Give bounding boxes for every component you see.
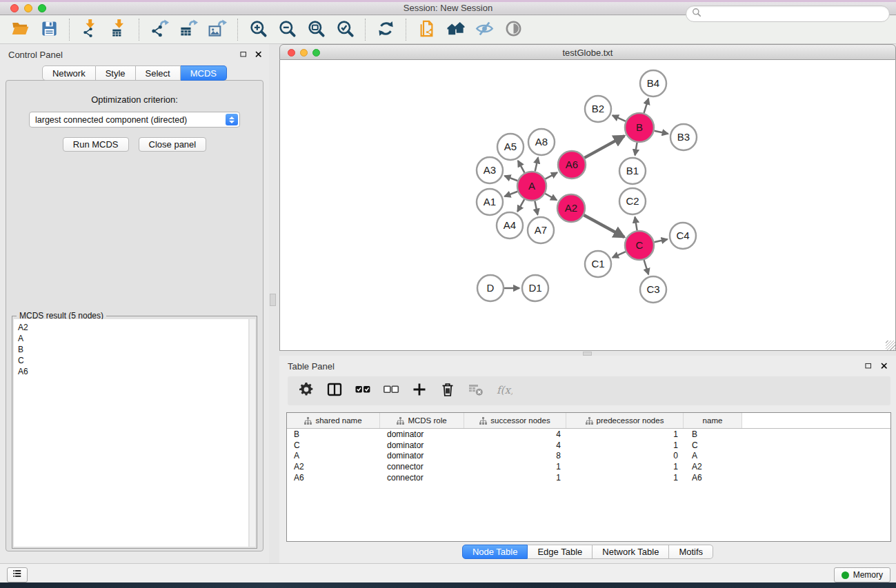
float-table-panel-icon[interactable]: [862, 360, 875, 372]
tab-network-table[interactable]: Network Table: [593, 545, 669, 559]
table-cell[interactable]: 4: [464, 429, 566, 439]
zoom-in-button[interactable]: [246, 19, 270, 41]
node-B4[interactable]: B4: [640, 70, 666, 97]
edge-A-A7[interactable]: [535, 201, 537, 215]
refresh-button[interactable]: [373, 19, 398, 41]
column-header-mcds-role[interactable]: MCDS role: [380, 413, 464, 428]
float-panel-icon[interactable]: [237, 48, 250, 61]
table-cell[interactable]: 0: [566, 451, 684, 460]
table-row[interactable]: Cdominator41C: [287, 440, 890, 451]
node-B[interactable]: B: [625, 113, 654, 142]
edge-B-B2[interactable]: [613, 115, 626, 121]
import-network-button[interactable]: [77, 19, 102, 41]
node-A7[interactable]: A7: [528, 217, 554, 243]
clear-checkboxes-button[interactable]: [382, 382, 400, 400]
table-cell[interactable]: 1: [566, 473, 684, 483]
edge-A-A4[interactable]: [517, 199, 524, 212]
table-cell[interactable]: B: [287, 429, 380, 439]
resize-grip-icon[interactable]: [886, 341, 895, 350]
search-input[interactable]: [701, 8, 889, 19]
close-panel-icon[interactable]: [252, 48, 265, 61]
table-cell[interactable]: 8: [464, 451, 566, 460]
run-mcds-button[interactable]: Run MCDS: [63, 137, 129, 152]
import-table-button[interactable]: [106, 19, 131, 41]
node-A2[interactable]: A2: [557, 194, 585, 222]
table-row[interactable]: Adominator80A: [287, 451, 890, 462]
column-header-name[interactable]: name: [684, 413, 742, 428]
table-cell[interactable]: 1: [566, 440, 684, 450]
save-session-button[interactable]: [37, 19, 61, 41]
node-A1[interactable]: A1: [477, 189, 503, 215]
table-cell[interactable]: 1: [566, 429, 684, 439]
edge-A-A2[interactable]: [545, 194, 557, 200]
table-cell[interactable]: A: [287, 451, 380, 460]
table-cell[interactable]: C: [287, 440, 380, 450]
eye-button[interactable]: [501, 19, 526, 41]
split-panel-button[interactable]: [326, 382, 344, 400]
home-button[interactable]: [443, 19, 468, 41]
export-table-button[interactable]: [176, 19, 201, 41]
settings-gear-button[interactable]: [297, 382, 315, 400]
table-cell[interactable]: A6: [684, 473, 742, 483]
edge-A-A8[interactable]: [535, 157, 538, 171]
edge-A6-B[interactable]: [584, 136, 624, 158]
tab-motifs[interactable]: Motifs: [669, 545, 713, 559]
network-canvas[interactable]: AA1A2A3A4A5A6A7A8BB1B2B3B4CC1C2C3C4DD1: [279, 60, 896, 351]
node-A3[interactable]: A3: [477, 157, 503, 183]
node-D1[interactable]: D1: [522, 275, 548, 301]
delete-columns-button[interactable]: [439, 382, 457, 400]
tab-select[interactable]: Select: [136, 65, 181, 81]
table-cell[interactable]: connector: [380, 473, 464, 483]
table-cell[interactable]: A6: [287, 473, 380, 483]
table-cell[interactable]: 1: [566, 462, 684, 472]
edge-B-B1[interactable]: [635, 143, 637, 156]
mcds-result-item[interactable]: C: [18, 355, 248, 366]
table-cell[interactable]: dominator: [380, 429, 464, 439]
open-file-button[interactable]: [8, 19, 32, 41]
edge-A2-C[interactable]: [584, 215, 624, 237]
edge-C-C1[interactable]: [613, 252, 626, 258]
table-cell[interactable]: connector: [380, 462, 464, 472]
table-cell[interactable]: A2: [287, 462, 380, 472]
mcds-result-item[interactable]: A: [18, 333, 248, 344]
table-cell[interactable]: A2: [684, 462, 742, 472]
edge-B-B3[interactable]: [654, 131, 668, 134]
table-cell[interactable]: dominator: [380, 451, 464, 460]
edge-C-C4[interactable]: [654, 239, 667, 242]
node-C[interactable]: C: [625, 231, 654, 260]
table-cell[interactable]: 4: [464, 440, 566, 450]
vertical-splitter-handle[interactable]: [270, 294, 276, 306]
edge-A-A3[interactable]: [505, 176, 518, 181]
search-field[interactable]: [686, 6, 890, 22]
column-header-predecessor-nodes[interactable]: predecessor nodes: [566, 413, 684, 428]
table-cell[interactable]: 1: [464, 462, 566, 472]
open-session-document-button[interactable]: [414, 19, 439, 41]
node-C2[interactable]: C2: [619, 188, 646, 214]
result-list-scrollbar[interactable]: [249, 319, 255, 547]
node-C1[interactable]: C1: [585, 251, 611, 277]
select-all-checkboxes-button[interactable]: [354, 382, 372, 400]
table-cell[interactable]: 1: [464, 473, 566, 483]
add-column-button[interactable]: [410, 382, 428, 400]
zoom-fit-button[interactable]: [303, 19, 328, 41]
mcds-result-item[interactable]: A2: [18, 322, 248, 333]
edge-A-A5[interactable]: [518, 161, 525, 172]
close-table-panel-icon[interactable]: [878, 360, 890, 372]
node-A4[interactable]: A4: [497, 212, 523, 239]
memory-button[interactable]: Memory: [834, 567, 890, 582]
hide-graphics-details-button[interactable]: [472, 19, 497, 41]
table-cell[interactable]: A: [684, 451, 742, 460]
zoom-selected-button[interactable]: [332, 19, 357, 41]
node-B2[interactable]: B2: [585, 96, 611, 122]
task-history-button[interactable]: [7, 567, 28, 582]
node-D[interactable]: D: [477, 275, 504, 301]
tab-edge-table[interactable]: Edge Table: [528, 545, 593, 559]
table-row[interactable]: A6connector11A6: [287, 472, 890, 483]
node-A6[interactable]: A6: [558, 151, 586, 179]
edge-C-C3[interactable]: [644, 260, 649, 274]
table-cell[interactable]: dominator: [380, 440, 464, 450]
node-C4[interactable]: C4: [670, 223, 696, 249]
edge-A-A6[interactable]: [545, 172, 557, 179]
table-cell[interactable]: B: [684, 429, 742, 439]
table-cell[interactable]: C: [684, 440, 742, 450]
